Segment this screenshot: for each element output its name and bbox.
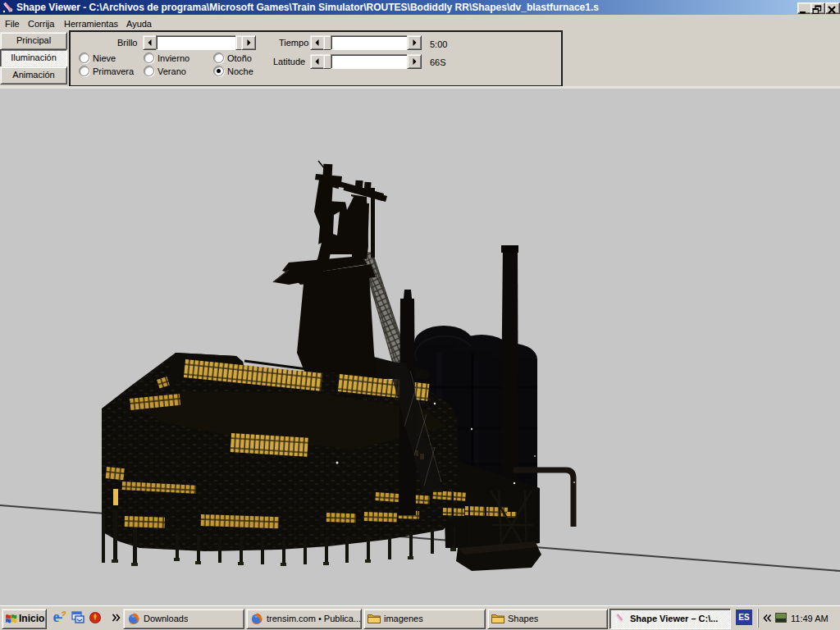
svg-text:e: e (53, 609, 60, 624)
